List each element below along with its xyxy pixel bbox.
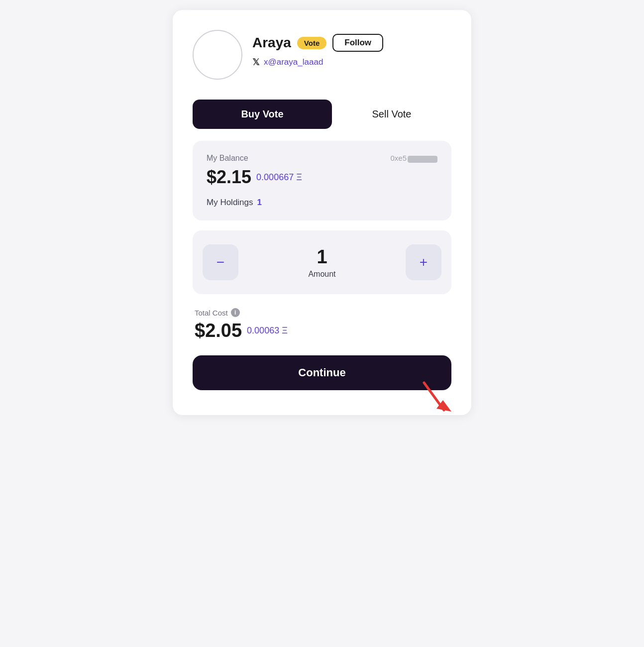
balance-label-text: My Balance: [207, 154, 248, 163]
balance-card: My Balance 0xe5 $2.15 0.000667 Ξ My Hold…: [193, 141, 451, 220]
profile-section: Araya Vote Follow 𝕏 x@araya_laaad: [193, 30, 451, 80]
amount-card: − 1 Amount +: [193, 230, 451, 294]
amount-label: Amount: [308, 270, 335, 279]
holdings-label: My Holdings: [207, 198, 253, 208]
info-icon[interactable]: i: [231, 308, 240, 317]
profile-info: Araya Vote Follow 𝕏 x@araya_laaad: [252, 30, 383, 68]
main-container: Araya Vote Follow 𝕏 x@araya_laaad Buy Vo…: [173, 10, 471, 415]
tab-sell-vote[interactable]: Sell Vote: [332, 100, 451, 129]
balance-amount-row: $2.15 0.000667 Ξ: [207, 167, 437, 188]
total-eth: 0.00063 Ξ: [247, 325, 288, 336]
amount-display: 1 Amount: [308, 246, 335, 279]
continue-button[interactable]: Continue: [193, 355, 451, 390]
decrease-amount-button[interactable]: −: [203, 244, 238, 280]
total-cost-label-text: Total Cost: [195, 309, 228, 317]
total-cost-label-row: Total Cost i: [195, 308, 449, 317]
wallet-address: 0xe5: [390, 154, 437, 162]
twitter-row: 𝕏 x@araya_laaad: [252, 57, 383, 68]
continue-button-wrapper: Continue: [193, 355, 451, 390]
avatar: [193, 30, 242, 80]
redacted-address: [408, 156, 437, 163]
balance-eth: 0.000667 Ξ: [256, 172, 302, 183]
holdings-row: My Holdings 1: [207, 198, 437, 208]
x-twitter-icon: 𝕏: [252, 57, 260, 68]
balance-label-row: My Balance 0xe5: [207, 154, 437, 163]
profile-name-row: Araya Vote Follow: [252, 34, 383, 52]
total-usd: $2.05: [195, 320, 242, 341]
tab-buy-vote[interactable]: Buy Vote: [193, 100, 332, 129]
twitter-handle-link[interactable]: x@araya_laaad: [264, 57, 323, 67]
follow-button[interactable]: Follow: [332, 34, 383, 52]
total-amount-row: $2.05 0.00063 Ξ: [195, 320, 449, 341]
profile-name: Araya: [252, 35, 291, 51]
arrow-indicator: [414, 378, 454, 418]
balance-usd: $2.15: [207, 167, 251, 188]
tab-section: Buy Vote Sell Vote: [193, 100, 451, 129]
total-cost-section: Total Cost i $2.05 0.00063 Ξ: [193, 308, 451, 341]
increase-amount-button[interactable]: +: [406, 244, 441, 280]
holdings-value: 1: [257, 198, 262, 208]
vote-badge[interactable]: Vote: [297, 37, 326, 49]
amount-number: 1: [317, 246, 327, 268]
